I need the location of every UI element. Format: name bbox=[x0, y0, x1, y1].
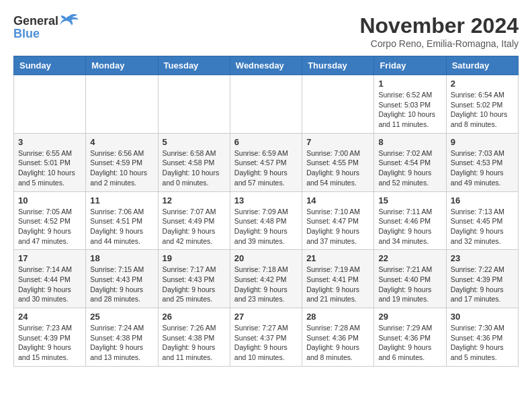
calendar-cell: 7Sunrise: 7:00 AM Sunset: 4:55 PM Daylig… bbox=[302, 133, 374, 191]
day-info: Sunrise: 7:07 AM Sunset: 4:49 PM Dayligh… bbox=[163, 207, 226, 246]
calendar-cell: 8Sunrise: 7:02 AM Sunset: 4:54 PM Daylig… bbox=[374, 133, 446, 191]
calendar-cell: 19Sunrise: 7:17 AM Sunset: 4:43 PM Dayli… bbox=[158, 250, 230, 308]
day-info: Sunrise: 7:09 AM Sunset: 4:48 PM Dayligh… bbox=[234, 207, 298, 246]
calendar-header-sunday: Sunday bbox=[14, 56, 86, 75]
calendar-header-tuesday: Tuesday bbox=[158, 56, 230, 75]
day-info: Sunrise: 7:29 AM Sunset: 4:36 PM Dayligh… bbox=[378, 323, 441, 363]
day-info: Sunrise: 6:54 AM Sunset: 5:02 PM Dayligh… bbox=[451, 90, 514, 130]
day-info: Sunrise: 7:18 AM Sunset: 4:42 PM Dayligh… bbox=[234, 265, 298, 304]
logo-bird-icon bbox=[60, 13, 79, 28]
calendar-cell: 24Sunrise: 7:23 AM Sunset: 4:39 PM Dayli… bbox=[14, 308, 86, 367]
calendar-week-row: 3Sunrise: 6:55 AM Sunset: 5:01 PM Daylig… bbox=[14, 133, 519, 191]
header: General Blue November 2024 Corpo Reno, E… bbox=[13, 13, 519, 49]
logo-general-text: General bbox=[13, 14, 58, 28]
calendar-cell: 4Sunrise: 6:56 AM Sunset: 4:59 PM Daylig… bbox=[86, 133, 158, 191]
calendar-cell: 17Sunrise: 7:14 AM Sunset: 4:44 PM Dayli… bbox=[14, 250, 86, 308]
day-number: 18 bbox=[90, 253, 153, 263]
day-number: 23 bbox=[451, 253, 514, 263]
calendar-cell: 2Sunrise: 6:54 AM Sunset: 5:02 PM Daylig… bbox=[446, 75, 518, 134]
calendar-cell: 12Sunrise: 7:07 AM Sunset: 4:49 PM Dayli… bbox=[158, 191, 230, 250]
day-info: Sunrise: 7:15 AM Sunset: 4:43 PM Dayligh… bbox=[90, 265, 153, 304]
day-info: Sunrise: 7:13 AM Sunset: 4:45 PM Dayligh… bbox=[451, 207, 514, 246]
calendar-header-row: SundayMondayTuesdayWednesdayThursdayFrid… bbox=[14, 56, 519, 75]
day-number: 3 bbox=[18, 137, 81, 147]
day-info: Sunrise: 7:00 AM Sunset: 4:55 PM Dayligh… bbox=[306, 148, 369, 188]
calendar-cell bbox=[230, 75, 302, 134]
calendar-header-wednesday: Wednesday bbox=[230, 56, 302, 75]
day-info: Sunrise: 6:52 AM Sunset: 5:03 PM Dayligh… bbox=[378, 90, 441, 130]
calendar-week-row: 1Sunrise: 6:52 AM Sunset: 5:03 PM Daylig… bbox=[14, 75, 519, 134]
month-title: November 2024 bbox=[359, 13, 519, 38]
day-number: 30 bbox=[451, 312, 514, 322]
calendar-cell: 28Sunrise: 7:28 AM Sunset: 4:36 PM Dayli… bbox=[302, 308, 374, 367]
title-area: November 2024 Corpo Reno, Emilia-Romagna… bbox=[359, 13, 519, 49]
day-number: 28 bbox=[306, 312, 369, 322]
calendar-cell bbox=[86, 75, 158, 134]
day-number: 29 bbox=[378, 312, 441, 322]
calendar-cell: 26Sunrise: 7:26 AM Sunset: 4:38 PM Dayli… bbox=[158, 308, 230, 367]
calendar-cell: 29Sunrise: 7:29 AM Sunset: 4:36 PM Dayli… bbox=[374, 308, 446, 367]
calendar-week-row: 24Sunrise: 7:23 AM Sunset: 4:39 PM Dayli… bbox=[14, 308, 519, 367]
calendar-cell bbox=[158, 75, 230, 134]
day-number: 13 bbox=[234, 195, 298, 205]
day-info: Sunrise: 6:56 AM Sunset: 4:59 PM Dayligh… bbox=[90, 148, 153, 188]
calendar-cell: 25Sunrise: 7:24 AM Sunset: 4:38 PM Dayli… bbox=[86, 308, 158, 367]
location-subtitle: Corpo Reno, Emilia-Romagna, Italy bbox=[359, 38, 519, 49]
calendar-header-thursday: Thursday bbox=[302, 56, 374, 75]
day-info: Sunrise: 7:17 AM Sunset: 4:43 PM Dayligh… bbox=[163, 265, 226, 304]
day-number: 15 bbox=[378, 195, 441, 205]
calendar-header-friday: Friday bbox=[374, 56, 446, 75]
day-info: Sunrise: 7:27 AM Sunset: 4:37 PM Dayligh… bbox=[234, 323, 298, 363]
day-info: Sunrise: 7:06 AM Sunset: 4:51 PM Dayligh… bbox=[90, 207, 153, 246]
day-number: 26 bbox=[163, 312, 226, 322]
calendar-cell: 27Sunrise: 7:27 AM Sunset: 4:37 PM Dayli… bbox=[230, 308, 302, 367]
day-info: Sunrise: 7:23 AM Sunset: 4:39 PM Dayligh… bbox=[18, 323, 81, 363]
day-number: 20 bbox=[234, 253, 298, 263]
day-info: Sunrise: 7:10 AM Sunset: 4:47 PM Dayligh… bbox=[306, 207, 369, 246]
calendar-cell: 3Sunrise: 6:55 AM Sunset: 5:01 PM Daylig… bbox=[14, 133, 86, 191]
day-number: 19 bbox=[163, 253, 226, 263]
calendar-cell: 5Sunrise: 6:58 AM Sunset: 4:58 PM Daylig… bbox=[158, 133, 230, 191]
calendar-cell: 13Sunrise: 7:09 AM Sunset: 4:48 PM Dayli… bbox=[230, 191, 302, 250]
day-info: Sunrise: 6:58 AM Sunset: 4:58 PM Dayligh… bbox=[163, 148, 226, 188]
day-number: 1 bbox=[378, 79, 441, 89]
day-info: Sunrise: 7:21 AM Sunset: 4:40 PM Dayligh… bbox=[378, 265, 441, 304]
day-number: 11 bbox=[90, 195, 153, 205]
calendar-cell: 11Sunrise: 7:06 AM Sunset: 4:51 PM Dayli… bbox=[86, 191, 158, 250]
day-number: 22 bbox=[378, 253, 441, 263]
calendar-cell bbox=[302, 75, 374, 134]
day-number: 24 bbox=[18, 312, 81, 322]
day-info: Sunrise: 7:05 AM Sunset: 4:52 PM Dayligh… bbox=[18, 207, 81, 246]
calendar-cell: 30Sunrise: 7:30 AM Sunset: 4:36 PM Dayli… bbox=[446, 308, 518, 367]
calendar-cell bbox=[14, 75, 86, 134]
day-info: Sunrise: 7:22 AM Sunset: 4:39 PM Dayligh… bbox=[451, 265, 514, 304]
day-number: 16 bbox=[451, 195, 514, 205]
calendar-cell: 21Sunrise: 7:19 AM Sunset: 4:41 PM Dayli… bbox=[302, 250, 374, 308]
calendar-week-row: 17Sunrise: 7:14 AM Sunset: 4:44 PM Dayli… bbox=[14, 250, 519, 308]
day-info: Sunrise: 7:26 AM Sunset: 4:38 PM Dayligh… bbox=[163, 323, 226, 363]
calendar-cell: 1Sunrise: 6:52 AM Sunset: 5:03 PM Daylig… bbox=[374, 75, 446, 134]
day-number: 9 bbox=[451, 137, 514, 147]
day-number: 4 bbox=[90, 137, 153, 147]
day-info: Sunrise: 6:59 AM Sunset: 4:57 PM Dayligh… bbox=[234, 148, 298, 188]
day-number: 21 bbox=[306, 253, 369, 263]
calendar-header-monday: Monday bbox=[86, 56, 158, 75]
day-number: 2 bbox=[451, 79, 514, 89]
logo: General Blue bbox=[13, 13, 79, 41]
day-info: Sunrise: 7:03 AM Sunset: 4:53 PM Dayligh… bbox=[451, 148, 514, 188]
calendar-cell: 23Sunrise: 7:22 AM Sunset: 4:39 PM Dayli… bbox=[446, 250, 518, 308]
day-number: 14 bbox=[306, 195, 369, 205]
calendar-cell: 10Sunrise: 7:05 AM Sunset: 4:52 PM Dayli… bbox=[14, 191, 86, 250]
day-number: 5 bbox=[163, 137, 226, 147]
calendar-header-saturday: Saturday bbox=[446, 56, 518, 75]
day-info: Sunrise: 7:24 AM Sunset: 4:38 PM Dayligh… bbox=[90, 323, 153, 363]
calendar-week-row: 10Sunrise: 7:05 AM Sunset: 4:52 PM Dayli… bbox=[14, 191, 519, 250]
calendar-cell: 18Sunrise: 7:15 AM Sunset: 4:43 PM Dayli… bbox=[86, 250, 158, 308]
day-info: Sunrise: 7:19 AM Sunset: 4:41 PM Dayligh… bbox=[306, 265, 369, 304]
calendar-cell: 22Sunrise: 7:21 AM Sunset: 4:40 PM Dayli… bbox=[374, 250, 446, 308]
day-info: Sunrise: 7:11 AM Sunset: 4:46 PM Dayligh… bbox=[378, 207, 441, 246]
day-number: 25 bbox=[90, 312, 153, 322]
day-number: 27 bbox=[234, 312, 298, 322]
logo-blue-text: Blue bbox=[13, 27, 40, 41]
calendar-cell: 6Sunrise: 6:59 AM Sunset: 4:57 PM Daylig… bbox=[230, 133, 302, 191]
